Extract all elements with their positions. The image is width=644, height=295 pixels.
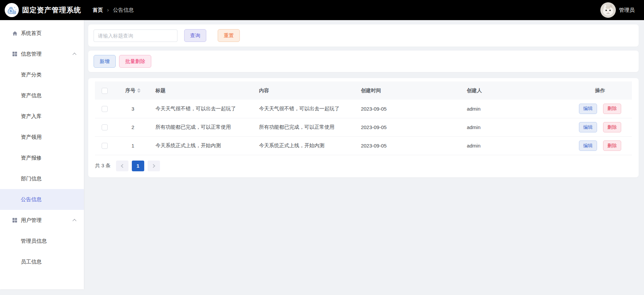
sidebar-item-dept-info[interactable]: 部门信息 xyxy=(0,168,84,189)
user-avatar[interactable] xyxy=(600,2,616,18)
sidebar-item-label: 资产信息 xyxy=(21,92,42,99)
svg-text:$: $ xyxy=(10,9,12,13)
sidebar-item-label: 员工信息 xyxy=(21,258,42,266)
sidebar-item-admin-info[interactable]: 管理员信息 xyxy=(0,231,84,251)
cell-content: 今天系统正式上线，开始内测 xyxy=(254,136,356,155)
column-header-seq: 序号 xyxy=(125,87,136,94)
sidebar-item-label: 管理员信息 xyxy=(21,238,47,245)
sidebar-item-label: 信息管理 xyxy=(21,51,42,58)
column-header-title: 标题 xyxy=(150,81,254,100)
sidebar-item-label: 资产领用 xyxy=(21,134,42,141)
search-card: 查询 重置 xyxy=(88,24,639,47)
query-button[interactable]: 查询 xyxy=(184,29,206,42)
chevron-left-icon xyxy=(121,164,124,168)
chevron-up-icon xyxy=(72,53,76,56)
app-logo: $ xyxy=(5,3,19,17)
cell-seq: 3 xyxy=(116,100,150,118)
cell-created: 2023-09-05 xyxy=(356,136,462,155)
toolbar-card: 新增 批量删除 xyxy=(88,51,639,72)
grid-icon xyxy=(12,218,18,223)
sidebar-item-asset-inbound[interactable]: 资产入库 xyxy=(0,106,84,127)
pagination-total: 共 3 条 xyxy=(95,163,111,169)
chevron-up-icon xyxy=(72,219,76,223)
home-icon xyxy=(12,31,18,36)
table-header-row: 序号 标题 内容 创建时间 创建人 操作 xyxy=(95,81,632,100)
sidebar-item-asset-info[interactable]: 资产信息 xyxy=(0,85,84,106)
cell-seq: 1 xyxy=(116,136,150,155)
user-name: 管理员 xyxy=(619,7,635,14)
sidebar-item-label: 用户管理 xyxy=(21,217,42,224)
cell-title: 今天系统正式上线，开始内测 xyxy=(150,136,254,155)
sidebar-item-employee-info[interactable]: 员工信息 xyxy=(0,251,84,272)
cat-avatar-icon xyxy=(600,2,616,18)
breadcrumb-separator-icon: › xyxy=(107,7,109,13)
sidebar-item-info-mgmt[interactable]: 信息管理 xyxy=(0,44,84,64)
batch-delete-button[interactable]: 批量删除 xyxy=(119,55,151,68)
cell-creator: admin xyxy=(462,136,568,155)
add-button[interactable]: 新增 xyxy=(94,55,116,68)
cell-content: 今天天气很不错，可以出去一起玩了 xyxy=(254,100,356,118)
sidebar-item-notice-info[interactable]: 公告信息 xyxy=(0,189,84,210)
breadcrumb-current: 公告信息 xyxy=(113,7,134,14)
cell-title: 所有功能都已完成，可以正常使用 xyxy=(150,118,254,136)
edit-button[interactable]: 编辑 xyxy=(579,104,597,114)
delete-button[interactable]: 删除 xyxy=(603,104,621,114)
pagination-current-page[interactable]: 1 xyxy=(132,161,144,171)
delete-button[interactable]: 删除 xyxy=(603,122,621,132)
sort-caret-icon[interactable] xyxy=(137,88,141,93)
sidebar-item-label: 公告信息 xyxy=(21,196,42,203)
cell-content: 所有功能都已完成，可以正常使用 xyxy=(254,118,356,136)
sidebar-item-label: 系统首页 xyxy=(21,30,42,37)
sidebar: 系统首页 信息管理 资产分类 资产信息 资产入库 资产领用 资 xyxy=(0,20,84,289)
chevron-right-icon xyxy=(151,164,155,168)
breadcrumb: 首页 › 公告信息 xyxy=(93,7,134,14)
pagination-next-button[interactable] xyxy=(148,161,160,171)
reset-button[interactable]: 重置 xyxy=(218,29,240,42)
sidebar-item-asset-repair[interactable]: 资产报修 xyxy=(0,148,84,168)
column-header-ops: 操作 xyxy=(568,81,632,100)
column-header-content: 内容 xyxy=(254,81,356,100)
user-menu[interactable]: 管理员 xyxy=(600,2,635,18)
table-row: 1 今天系统正式上线，开始内测 今天系统正式上线，开始内测 2023-09-05… xyxy=(95,136,632,155)
sidebar-item-label: 资产报修 xyxy=(21,155,42,162)
column-header-created: 创建时间 xyxy=(356,81,462,100)
breadcrumb-home[interactable]: 首页 xyxy=(93,7,103,14)
row-checkbox[interactable] xyxy=(102,124,108,130)
sidebar-menu: 系统首页 信息管理 资产分类 资产信息 资产入库 资产领用 资 xyxy=(0,23,84,272)
cell-created: 2023-09-05 xyxy=(356,100,462,118)
sidebar-item-label: 部门信息 xyxy=(21,175,42,182)
cell-creator: admin xyxy=(462,100,568,118)
app-title: 固定资产管理系统 xyxy=(22,5,81,15)
pagination-prev-button[interactable] xyxy=(116,161,128,171)
main-content: 查询 重置 新增 批量删除 序号 xyxy=(84,20,644,295)
table-card: 序号 标题 内容 创建时间 创建人 操作 3 今天天气很不错，可以出去一起玩了 … xyxy=(88,78,639,177)
delete-button[interactable]: 删除 xyxy=(603,140,621,151)
sidebar-item-home[interactable]: 系统首页 xyxy=(0,23,84,44)
sidebar-item-user-mgmt[interactable]: 用户管理 xyxy=(0,210,84,231)
cell-seq: 2 xyxy=(116,118,150,136)
cell-creator: admin xyxy=(462,118,568,136)
app-header: $ 固定资产管理系统 首页 › 公告信息 xyxy=(0,0,644,20)
edit-button[interactable]: 编辑 xyxy=(579,122,597,132)
sidebar-item-asset-use[interactable]: 资产领用 xyxy=(0,127,84,148)
row-checkbox[interactable] xyxy=(102,106,108,112)
table-row: 3 今天天气很不错，可以出去一起玩了 今天天气很不错，可以出去一起玩了 2023… xyxy=(95,100,632,118)
sidebar-item-label: 资产入库 xyxy=(21,113,42,120)
select-all-checkbox[interactable] xyxy=(102,88,108,94)
row-checkbox[interactable] xyxy=(102,143,108,149)
sidebar-item-label: 资产分类 xyxy=(21,71,42,78)
announcement-table: 序号 标题 内容 创建时间 创建人 操作 3 今天天气很不错，可以出去一起玩了 … xyxy=(95,81,632,155)
money-bag-icon: $ xyxy=(6,4,17,16)
edit-button[interactable]: 编辑 xyxy=(579,140,597,151)
grid-icon xyxy=(12,51,18,57)
cell-title: 今天天气很不错，可以出去一起玩了 xyxy=(150,100,254,118)
pagination: 共 3 条 1 xyxy=(95,161,632,171)
column-header-creator: 创建人 xyxy=(462,81,568,100)
cell-created: 2023-09-05 xyxy=(356,118,462,136)
sidebar-item-asset-category[interactable]: 资产分类 xyxy=(0,64,84,85)
title-search-input[interactable] xyxy=(94,30,177,42)
table-row: 2 所有功能都已完成，可以正常使用 所有功能都已完成，可以正常使用 2023-0… xyxy=(95,118,632,136)
